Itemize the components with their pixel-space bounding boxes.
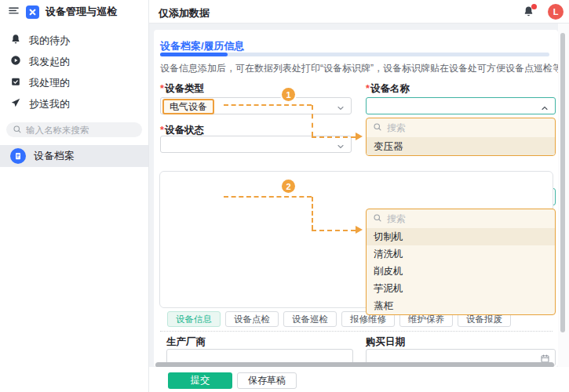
- device-type-select-1[interactable]: 电气设备: [160, 97, 352, 114]
- user-avatar[interactable]: L: [548, 4, 564, 20]
- section-tab-archive-info[interactable]: 设备档案/履历信息: [160, 39, 245, 53]
- annotation-badge-1: 1: [282, 88, 295, 101]
- arrow-head-icon: [356, 132, 363, 140]
- dropdown-search-2[interactable]: [367, 209, 555, 228]
- arrow-head-icon: [356, 226, 363, 234]
- sidebar-item-label: 抄送我的: [29, 97, 70, 111]
- sidebar-item-cc-me[interactable]: 抄送我的: [0, 93, 148, 114]
- app-title: 设备管理与巡检: [46, 5, 117, 19]
- form-description: 设备信息添加后，可在数据列表处打印“设备标识牌”，设备标识牌贴在设备处可方便设备…: [160, 62, 553, 75]
- submit-button[interactable]: 提交: [168, 372, 232, 389]
- vertical-scrollbar[interactable]: [560, 33, 565, 332]
- sidebar-item-label: 我发起的: [29, 55, 70, 69]
- sidebar-item-equipment-archive[interactable]: 设备档案: [0, 145, 148, 167]
- app-window: 设备管理与巡检 我的待办 我发起的 我处理的 抄送我的: [0, 0, 569, 392]
- dropdown-option[interactable]: 削皮机: [367, 263, 555, 280]
- dropdown-search-1[interactable]: [367, 118, 555, 137]
- sidebar: 设备管理与巡检 我的待办 我发起的 我处理的 抄送我的: [0, 0, 149, 392]
- sidebar-item-my-todo[interactable]: 我的待办: [0, 30, 148, 51]
- device-name-select-1[interactable]: [366, 97, 556, 114]
- search-icon: [373, 121, 382, 135]
- device-name-dropdown-1: 变压器: [366, 118, 556, 156]
- dropdown-search-input-1[interactable]: [387, 122, 512, 133]
- annotation-arrow-2: [224, 196, 312, 198]
- document-icon: [10, 148, 26, 164]
- tab-spot-check[interactable]: 设备点检: [225, 311, 279, 327]
- progress-bar: [160, 53, 549, 56]
- sidebar-item-label: 设备档案: [34, 149, 75, 163]
- sidebar-nav: 我的待办 我发起的 我处理的 抄送我的: [0, 30, 148, 114]
- bell-icon: [10, 34, 21, 47]
- chevron-down-icon: [336, 102, 345, 116]
- sidebar-item-my-handled[interactable]: 我处理的: [0, 72, 148, 93]
- sidebar-search[interactable]: [6, 122, 142, 137]
- dropdown-option[interactable]: 切制机: [367, 228, 555, 245]
- send-icon: [10, 97, 21, 111]
- purchase-date-label: 购买日期: [366, 336, 405, 349]
- topbar: 仅添加数据 L: [149, 0, 569, 24]
- search-icon: [13, 123, 22, 137]
- footer-bar: 提交 保存草稿: [149, 367, 569, 392]
- notifications-bell-icon[interactable]: [523, 5, 535, 18]
- tab-device-info[interactable]: 设备信息: [167, 311, 221, 327]
- dropdown-option[interactable]: 芋泥机: [367, 280, 555, 297]
- sidebar-search-input[interactable]: [26, 125, 128, 135]
- sidebar-item-label: 我的待办: [29, 34, 70, 48]
- manufacturer-label: 生产厂商: [166, 336, 206, 349]
- notification-dot: [531, 4, 537, 9]
- chevron-up-icon: [540, 102, 549, 116]
- dropdown-option-transformer[interactable]: 变压器: [367, 137, 555, 156]
- device-name-label-1: *设备名称: [366, 82, 410, 96]
- sidebar-header: 设备管理与巡检: [0, 0, 148, 24]
- page-title: 仅添加数据: [159, 6, 210, 20]
- form-panel: 设备档案/履历信息 设备信息添加后，可在数据列表处打印“设备标识牌”，设备标识牌…: [154, 30, 558, 367]
- annotated-value-box-1: 电气设备: [162, 99, 214, 114]
- search-icon: [373, 212, 382, 226]
- device-name-dropdown-2: 切制机 清洗机 削皮机 芋泥机 蒸柜: [366, 209, 556, 315]
- device-type-label-1: *设备类型: [160, 82, 204, 96]
- annotation-badge-2: 2: [282, 180, 295, 193]
- progress-fill: [160, 53, 228, 56]
- dotted-divider: [160, 331, 553, 332]
- sidebar-item-my-initiated[interactable]: 我发起的: [0, 51, 148, 72]
- tab-patrol-inspection[interactable]: 设备巡检: [283, 311, 337, 327]
- sidebar-item-label: 我处理的: [29, 76, 70, 90]
- chevron-down-icon: [336, 140, 345, 154]
- main-content: 设备档案/履历信息 设备信息添加后，可在数据列表处打印“设备标识牌”，设备标识牌…: [149, 24, 569, 367]
- dropdown-option[interactable]: 蒸柜: [367, 297, 555, 314]
- dropdown-option[interactable]: 清洗机: [367, 245, 555, 263]
- play-circle-icon: [10, 55, 21, 68]
- app-logo-icon: [26, 5, 39, 19]
- dropdown-search-input-2[interactable]: [387, 213, 512, 224]
- device-status-select-1[interactable]: [160, 136, 352, 153]
- collapse-menu-icon[interactable]: [8, 5, 20, 20]
- vertical-scrollbar-track: [558, 24, 569, 367]
- calendar-check-icon: [10, 76, 21, 89]
- annotation-arrow-1: [224, 104, 312, 106]
- save-draft-button[interactable]: 保存草稿: [237, 372, 297, 389]
